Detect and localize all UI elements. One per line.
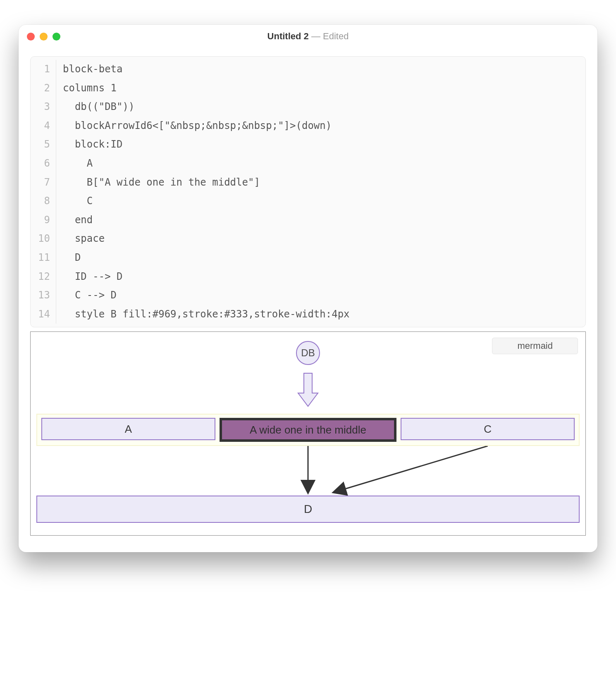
code-text[interactable]: D [63, 248, 81, 267]
window-controls [27, 33, 60, 41]
node-b-label: A wide one in the middle [250, 424, 366, 436]
line-number: 12 [31, 267, 56, 286]
code-line[interactable]: 4 blockArrowId6<["&nbsp;&nbsp;&nbsp;"]>(… [31, 117, 585, 136]
node-db: DB [296, 341, 320, 365]
code-text[interactable]: block-beta [63, 60, 123, 79]
line-number: 4 [31, 117, 56, 136]
code-text[interactable]: db(("DB")) [63, 98, 134, 117]
language-label[interactable]: mermaid [492, 338, 578, 354]
diagram-canvas: DB A A wide one in the middle C [36, 338, 580, 523]
minimize-icon[interactable] [40, 33, 48, 41]
code-text[interactable]: block:ID [63, 135, 123, 154]
diagram-preview: mermaid DB A A wide one in the middle [30, 331, 586, 536]
code-text[interactable]: C --> D [63, 286, 117, 305]
code-text[interactable]: C [63, 192, 93, 211]
code-line[interactable]: 5 block:ID [31, 135, 585, 154]
code-line[interactable]: 13 C --> D [31, 286, 585, 305]
content-area: 1block-beta2columns 13 db(("DB"))4 block… [19, 48, 597, 552]
close-icon[interactable] [27, 33, 35, 41]
code-line[interactable]: 2columns 1 [31, 79, 585, 98]
line-number: 2 [31, 79, 56, 98]
block-arrow-down-icon [297, 372, 319, 409]
node-c: C [401, 418, 575, 440]
line-number: 9 [31, 211, 56, 230]
line-number: 6 [31, 154, 56, 173]
node-b: A wide one in the middle [220, 418, 397, 442]
code-line[interactable]: 8 C [31, 192, 585, 211]
code-line[interactable]: 9 end [31, 211, 585, 230]
line-number: 5 [31, 135, 56, 154]
code-text[interactable]: ID --> D [63, 267, 123, 286]
arrows-area [36, 446, 580, 496]
line-number: 8 [31, 192, 56, 211]
code-line[interactable]: 6 A [31, 154, 585, 173]
app-window: Untitled 2 — Edited 1block-beta2columns … [19, 25, 597, 552]
code-line[interactable]: 1block-beta [31, 60, 585, 79]
code-line[interactable]: 7 B["A wide one in the middle"] [31, 173, 585, 192]
code-line[interactable]: 14 style B fill:#969,stroke:#333,stroke-… [31, 305, 585, 324]
code-editor[interactable]: 1block-beta2columns 13 db(("DB"))4 block… [30, 56, 586, 327]
code-text[interactable]: B["A wide one in the middle"] [63, 173, 260, 192]
window-title: Untitled 2 — Edited [19, 31, 597, 42]
line-number: 14 [31, 305, 56, 324]
zoom-icon[interactable] [53, 33, 60, 41]
node-a-label: A [125, 423, 132, 436]
line-number: 1 [31, 60, 56, 79]
document-status: Edited [323, 31, 349, 41]
node-d: D [36, 496, 580, 523]
line-number: 13 [31, 286, 56, 305]
line-number: 7 [31, 173, 56, 192]
node-d-label: D [304, 503, 312, 516]
node-a: A [41, 418, 215, 440]
line-number: 11 [31, 248, 56, 267]
svg-line-1 [334, 446, 488, 492]
title-separator: — [311, 31, 323, 41]
code-line[interactable]: 10 space [31, 229, 585, 248]
code-line[interactable]: 12 ID --> D [31, 267, 585, 286]
code-line[interactable]: 11 D [31, 248, 585, 267]
code-text[interactable]: A [63, 154, 93, 173]
node-db-label: DB [301, 347, 315, 359]
node-group-id: A A wide one in the middle C [36, 414, 580, 446]
code-text[interactable]: style B fill:#969,stroke:#333,stroke-wid… [63, 305, 350, 324]
node-c-label: C [484, 423, 492, 436]
document-title: Untitled 2 [267, 31, 309, 41]
code-text[interactable]: columns 1 [63, 79, 117, 98]
code-text[interactable]: blockArrowId6<["&nbsp;&nbsp;&nbsp;"]>(do… [63, 117, 332, 136]
code-text[interactable]: space [63, 229, 105, 248]
line-number: 10 [31, 229, 56, 248]
code-text[interactable]: end [63, 211, 93, 230]
titlebar[interactable]: Untitled 2 — Edited [19, 25, 597, 48]
code-line[interactable]: 3 db(("DB")) [31, 98, 585, 117]
line-number: 3 [31, 98, 56, 117]
